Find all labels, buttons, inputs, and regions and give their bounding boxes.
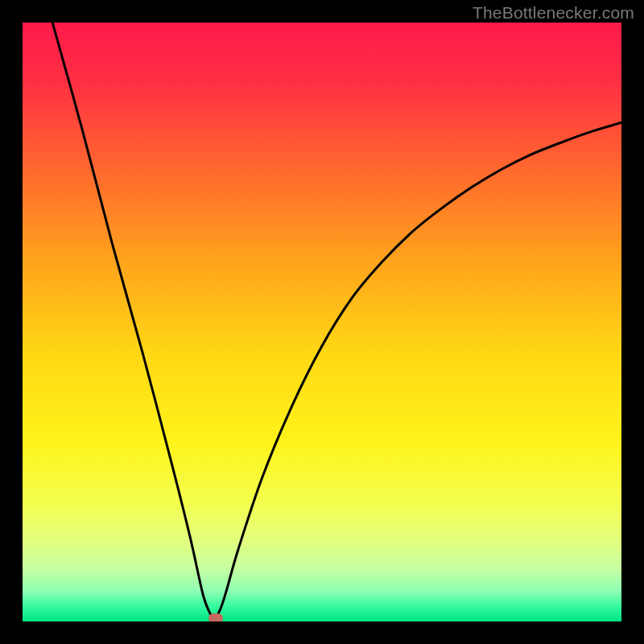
chart-frame: TheBottlenecker.com — [0, 0, 644, 644]
gradient-background — [23, 23, 621, 621]
plot-area — [23, 23, 621, 621]
attribution-label: TheBottlenecker.com — [473, 3, 634, 23]
optimal-marker — [208, 613, 223, 621]
bottleneck-chart-svg — [23, 23, 621, 621]
